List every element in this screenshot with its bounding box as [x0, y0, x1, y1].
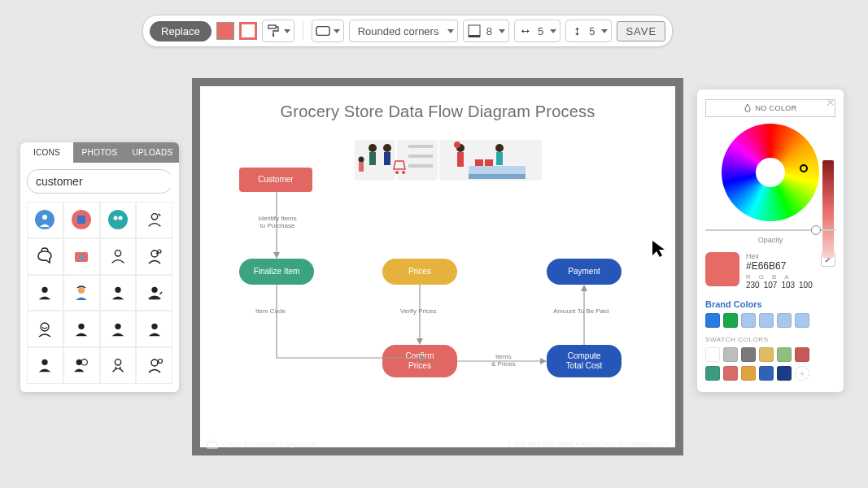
svg-point-19	[42, 287, 48, 293]
svg-rect-51	[496, 152, 503, 165]
svg-rect-53	[469, 174, 526, 179]
edge-label: Item Code	[255, 307, 286, 315]
a-value[interactable]: 100	[799, 281, 813, 290]
border-width-group[interactable]: 8	[463, 20, 509, 42]
node-customer[interactable]: Customer	[239, 168, 312, 192]
opacity-slider[interactable]	[705, 229, 835, 231]
chevron-down-icon[interactable]	[601, 29, 608, 33]
color-swatch[interactable]	[723, 313, 738, 328]
search-icon[interactable]	[178, 173, 179, 190]
color-swatch[interactable]	[723, 347, 738, 362]
paint-tool-group[interactable]	[262, 20, 294, 42]
color-swatch[interactable]	[795, 313, 809, 328]
icon-result[interactable]	[100, 202, 137, 238]
g-value[interactable]: 107	[764, 281, 778, 290]
color-swatch[interactable]	[759, 366, 774, 381]
r-value[interactable]: 230	[746, 281, 760, 290]
toolbar-divider	[303, 21, 303, 41]
color-swatch[interactable]	[759, 347, 774, 362]
search-input[interactable]	[36, 175, 178, 188]
icon-result[interactable]	[136, 238, 172, 275]
current-color-chip	[705, 252, 739, 286]
svg-point-38	[359, 157, 364, 163]
hue-slider[interactable]	[822, 160, 834, 258]
footer-company: Cisco Wholesale Corporation	[207, 439, 318, 449]
color-readout: Hex #E66B67 R G B A 230 107 103 100	[705, 252, 835, 290]
color-swatch[interactable]	[759, 313, 774, 328]
b-value[interactable]: 103	[781, 281, 795, 290]
icon-result[interactable]	[136, 311, 172, 347]
icon-result[interactable]	[63, 238, 100, 275]
chevron-down-icon[interactable]	[550, 29, 556, 33]
close-icon[interactable]: ✕	[826, 96, 835, 109]
svg-point-43	[402, 171, 405, 174]
corners-label: Rounded corners	[353, 25, 444, 37]
a-label: A	[784, 273, 788, 281]
icon-result[interactable]	[27, 202, 63, 238]
search-box	[27, 169, 172, 194]
fill-color-swatch[interactable]	[216, 22, 234, 40]
border-width-value: 8	[483, 25, 495, 37]
icon-result[interactable]	[100, 311, 137, 347]
color-swatch[interactable]	[741, 347, 756, 362]
corners-dropdown[interactable]: Rounded corners	[349, 20, 458, 42]
icon-result[interactable]	[136, 275, 172, 312]
svg-point-36	[369, 144, 377, 152]
horizontal-spacing-group[interactable]: ↔ 5	[514, 20, 560, 42]
color-swatch[interactable]	[777, 347, 792, 362]
color-swatch[interactable]	[777, 313, 792, 328]
chevron-down-icon[interactable]	[447, 29, 454, 33]
color-swatch[interactable]	[741, 313, 756, 328]
icon-result[interactable]	[27, 347, 63, 384]
opacity-handle[interactable]	[811, 225, 821, 235]
icon-result[interactable]	[136, 202, 172, 238]
color-swatch[interactable]	[705, 313, 720, 328]
svg-point-50	[495, 144, 504, 152]
chevron-down-icon[interactable]	[284, 29, 290, 33]
vertical-spacing-group[interactable]: ↕ 5	[565, 20, 612, 42]
icon-result[interactable]	[100, 347, 137, 384]
node-finalize[interactable]: Finalize Item	[239, 259, 314, 285]
no-color-button[interactable]: NO COLOR	[705, 99, 835, 117]
icon-result[interactable]	[27, 311, 63, 347]
color-swatch[interactable]	[741, 366, 756, 381]
shape-border-group[interactable]	[312, 20, 344, 42]
color-swatch[interactable]	[795, 347, 809, 362]
svg-marker-57	[273, 252, 280, 259]
icon-result[interactable]	[100, 275, 137, 312]
save-button[interactable]: SAVE	[617, 21, 665, 41]
color-swatch[interactable]	[705, 366, 720, 381]
color-wheel[interactable]	[722, 124, 819, 221]
node-confirm[interactable]: Confirm Prices	[382, 345, 457, 377]
icon-result[interactable]	[136, 347, 172, 384]
hex-value[interactable]: #E66B67	[746, 260, 814, 272]
node-payment[interactable]: Payment	[547, 259, 622, 285]
chevron-down-icon[interactable]	[499, 29, 505, 33]
canvas[interactable]: Grocery Store Data Flow Diagram Process	[200, 86, 675, 447]
node-compute[interactable]: Compute Total Cost	[547, 345, 622, 377]
color-swatch[interactable]	[723, 366, 738, 381]
b-label: B	[772, 273, 776, 281]
chevron-down-icon[interactable]	[334, 29, 340, 33]
tab-uploads[interactable]: UPLOADS	[126, 142, 179, 163]
color-swatch[interactable]	[777, 366, 792, 381]
node-prices[interactable]: Prices	[382, 259, 457, 285]
stroke-color-swatch[interactable]	[239, 22, 257, 40]
color-swatch[interactable]	[705, 347, 720, 362]
tab-icons[interactable]: ICONS	[20, 142, 73, 163]
panel-tabs: ICONS PHOTOS UPLOADS	[20, 142, 179, 163]
opacity-row: Opacity	[705, 229, 835, 244]
color-wheel-indicator[interactable]	[800, 164, 808, 172]
icon-result[interactable]	[100, 238, 137, 275]
add-swatch-button[interactable]: +	[795, 366, 809, 381]
icon-result[interactable]	[63, 311, 100, 347]
icons-panel: ICONS PHOTOS UPLOADS	[20, 142, 179, 392]
icon-result[interactable]	[63, 347, 100, 384]
icon-result[interactable]	[63, 275, 100, 312]
icon-result[interactable]	[27, 275, 63, 312]
icon-result[interactable]	[63, 202, 100, 238]
icon-result[interactable]	[27, 238, 63, 275]
replace-button[interactable]: Replace	[150, 21, 212, 41]
svg-point-27	[42, 359, 48, 365]
tab-photos[interactable]: PHOTOS	[73, 142, 126, 163]
